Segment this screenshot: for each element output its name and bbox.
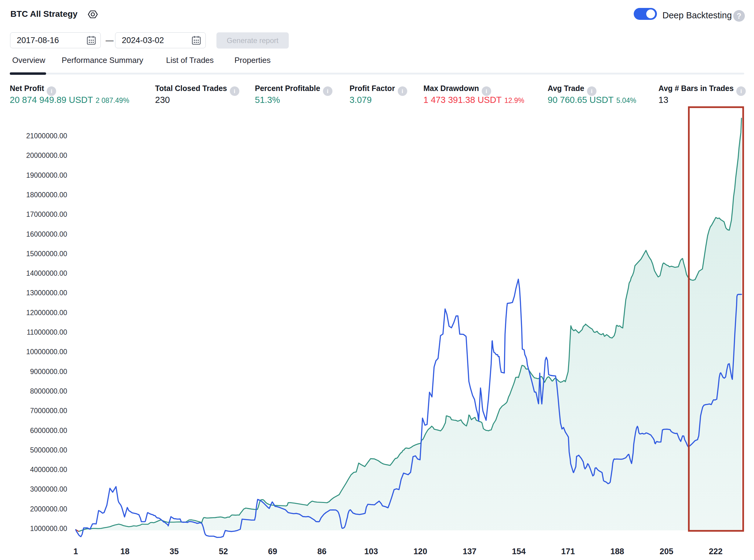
- svg-text:12000000.00: 12000000.00: [26, 309, 67, 317]
- svg-text:171: 171: [561, 547, 575, 556]
- svg-text:14000000.00: 14000000.00: [26, 269, 67, 277]
- svg-text:205: 205: [660, 547, 673, 556]
- svg-text:2000000.00: 2000000.00: [30, 505, 67, 513]
- svg-text:11000000.00: 11000000.00: [26, 328, 67, 336]
- svg-text:5000000.00: 5000000.00: [30, 446, 67, 454]
- svg-text:86: 86: [317, 547, 326, 556]
- svg-text:103: 103: [364, 547, 378, 556]
- svg-text:35: 35: [170, 547, 179, 556]
- svg-text:1000000.00: 1000000.00: [30, 525, 67, 533]
- svg-text:15000000.00: 15000000.00: [26, 250, 67, 258]
- svg-text:19000000.00: 19000000.00: [26, 171, 67, 179]
- svg-text:120: 120: [413, 547, 427, 556]
- svg-text:21000000.00: 21000000.00: [26, 132, 67, 140]
- svg-text:3000000.00: 3000000.00: [30, 485, 67, 493]
- svg-text:6000000.00: 6000000.00: [30, 426, 67, 435]
- svg-text:222: 222: [709, 547, 722, 556]
- svg-text:18: 18: [120, 547, 129, 556]
- svg-text:1: 1: [73, 547, 78, 556]
- svg-text:17000000.00: 17000000.00: [26, 211, 67, 218]
- svg-text:20000000.00: 20000000.00: [26, 152, 67, 159]
- svg-text:69: 69: [268, 547, 277, 556]
- svg-text:8000000.00: 8000000.00: [30, 387, 67, 395]
- svg-text:16000000.00: 16000000.00: [26, 230, 67, 238]
- svg-text:188: 188: [611, 547, 624, 556]
- svg-text:7000000.00: 7000000.00: [30, 407, 67, 415]
- svg-text:4000000.00: 4000000.00: [30, 466, 67, 474]
- svg-text:52: 52: [219, 547, 228, 556]
- svg-text:10000000.00: 10000000.00: [26, 348, 67, 356]
- svg-text:154: 154: [512, 547, 526, 556]
- svg-text:9000000.00: 9000000.00: [30, 368, 67, 376]
- svg-text:13000000.00: 13000000.00: [26, 289, 67, 297]
- svg-text:137: 137: [463, 547, 476, 556]
- svg-text:18000000.00: 18000000.00: [26, 191, 67, 199]
